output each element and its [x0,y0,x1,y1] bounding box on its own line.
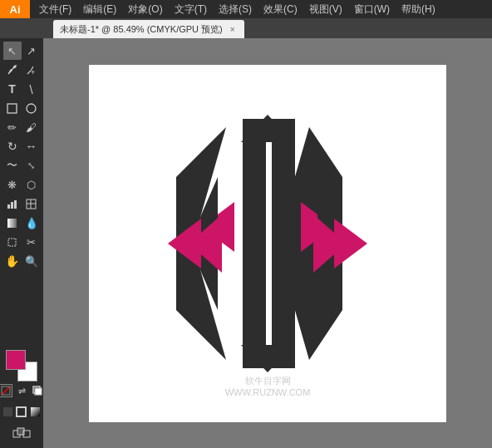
pen-tool[interactable] [3,61,22,79]
tool-row-7: 〜 ⤡ [2,156,42,175]
free-transform-tool[interactable]: ⤡ [22,156,41,175]
watermark: 软牛目字网 WWW.RUZNW.COM [225,375,311,397]
color-swatches [6,350,37,382]
tool-row-5: ✏ 🖌 [2,118,42,136]
svg-text:+: + [31,68,35,76]
watermark-line1: 软牛目字网 [225,375,311,387]
tab-close-button[interactable]: × [228,24,238,34]
tool-row-4 [2,99,42,117]
tool-row-12: ✋ 🔍 [2,252,42,270]
svg-rect-11 [8,239,16,246]
zoom-tool[interactable]: 🔍 [22,252,41,270]
screen-mode-icon[interactable] [12,423,31,441]
type-tool[interactable]: T [3,80,22,98]
menu-text[interactable]: 文字(T) [169,1,213,18]
svg-rect-6 [14,200,17,209]
line-tool[interactable]: \ [22,80,41,98]
pencil-tool[interactable]: ✏ [3,118,22,136]
app-logo: Ai [0,0,30,18]
symbol-sprayer-tool[interactable]: ❋ [3,175,22,194]
svg-rect-18 [17,407,26,416]
blend-tool[interactable]: ⬡ [22,175,41,194]
tool-row-8: ❋ ⬡ [2,175,42,194]
svg-rect-17 [3,407,12,416]
svg-point-0 [13,66,16,68]
menu-edit[interactable]: 编辑(E) [77,1,122,18]
menu-items: 文件(F) 编辑(E) 对象(O) 文字(T) 选择(S) 效果(C) 视图(V… [30,0,441,18]
swap-colors-icon[interactable]: ⇌ [15,384,28,397]
tool-row-11: ✂ [2,233,42,251]
artboard-tool[interactable] [3,233,22,251]
brush-tool[interactable]: 🖌 [22,118,41,136]
document-canvas: 软牛目字网 WWW.RUZNW.COM [89,65,446,422]
menu-window[interactable]: 窗口(W) [348,1,396,18]
menu-bar: Ai 文件(F) 编辑(E) 对象(O) 文字(T) 选择(S) 效果(C) 视… [0,0,492,18]
slice-tool[interactable]: ✂ [22,233,41,251]
color-area: ⇌ [0,350,44,448]
svg-rect-26 [272,119,295,368]
menu-object[interactable]: 对象(O) [122,1,168,18]
select-tool[interactable]: ↖ [3,42,22,60]
menu-select[interactable]: 选择(S) [213,1,258,18]
rotate-tool[interactable]: ↻ [3,137,22,155]
hand-tool[interactable]: ✋ [3,252,22,270]
color-small-row: ⇌ [0,384,44,397]
warp-tool[interactable]: 〜 [3,156,22,175]
tool-row-10: 💧 [2,214,42,232]
svg-rect-5 [11,202,13,209]
svg-rect-19 [31,407,40,416]
eyedropper-tool[interactable]: 💧 [22,214,41,232]
tool-row-2: + [2,61,42,79]
svg-rect-2 [7,104,17,113]
mesh-tool[interactable] [22,194,41,213]
rectangle-tool[interactable] [3,99,22,117]
default-colors-icon[interactable] [31,384,44,397]
svg-point-3 [27,104,36,113]
stroke-icon[interactable] [15,402,27,421]
ellipse-tool[interactable] [22,99,41,117]
tool-row-1: ↖ ↗ [2,42,42,60]
tab-bar: 未标题-1* @ 85.49% (CMYK/GPU 预览) × [0,18,492,38]
gradient-fill-icon[interactable] [29,402,42,421]
stroke-fill-row [2,402,42,421]
fill-icon[interactable] [2,402,14,421]
direct-select-tool[interactable]: ↗ [22,42,41,60]
svg-rect-10 [7,219,17,228]
svg-marker-38 [334,219,367,268]
foreground-color-swatch[interactable] [6,350,26,370]
svg-rect-25 [243,119,266,368]
no-color-icon[interactable] [0,384,12,397]
screen-mode-row [2,423,42,441]
tool-row-9 [2,194,42,213]
tool-row-3: T \ [2,80,42,98]
document-tab[interactable]: 未标题-1* @ 85.49% (CMYK/GPU 预览) × [53,20,244,38]
svg-rect-4 [7,204,10,209]
watermark-line2: WWW.RUZNW.COM [225,387,311,397]
menu-effect[interactable]: 效果(C) [258,1,303,18]
reflect-tool[interactable]: ↔ [22,137,41,155]
left-toolbar: ↖ ↗ + T \ ✏ 🖌 ↻ [0,38,43,448]
add-anchor-tool[interactable]: + [22,61,41,79]
menu-help[interactable]: 帮助(H) [396,1,441,18]
tab-title: 未标题-1* @ 85.49% (CMYK/GPU 预览) [60,23,223,36]
svg-rect-16 [35,388,42,395]
menu-view[interactable]: 视图(V) [303,1,348,18]
tool-row-6: ↻ ↔ [2,137,42,155]
logo-artwork [143,111,392,377]
main-area: ↖ ↗ + T \ ✏ 🖌 ↻ [0,38,492,448]
menu-file[interactable]: 文件(F) [33,1,77,18]
svg-line-12 [2,386,10,395]
column-graph-tool[interactable] [3,194,22,213]
gradient-tool[interactable] [3,214,22,232]
canvas-area: 软牛目字网 WWW.RUZNW.COM [43,38,492,448]
